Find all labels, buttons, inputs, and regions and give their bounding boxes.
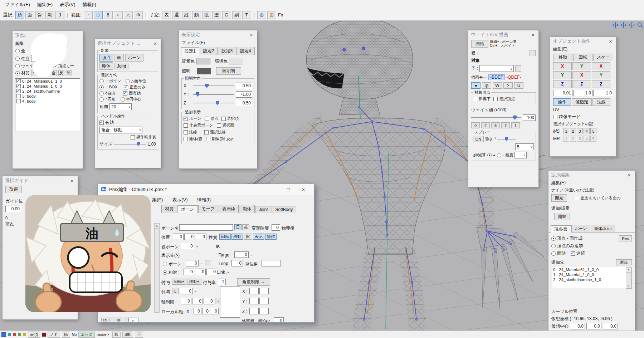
size-slider[interactable]: [114, 142, 146, 147]
list-item[interactable]: 2 : 24_skcthulhumine_1_0: [552, 277, 631, 282]
panel-title[interactable]: 拡張編集×: [548, 171, 635, 179]
close-icon[interactable]: ×: [608, 38, 614, 44]
list-item[interactable]: 2: 24_skcthulhumine_: [15, 89, 80, 94]
prop-move-button[interactable]: 移動: [231, 234, 243, 240]
status-edge-button[interactable]: エッジ: [78, 332, 95, 338]
ik-z-low-field[interactable]: [249, 308, 259, 314]
circle-radio[interactable]: [99, 97, 104, 102]
display-bone-pick-button[interactable]: [205, 260, 211, 266]
parent-spin-button[interactable]: [530, 50, 536, 56]
prop-ik-button[interactable]: IK: [244, 234, 252, 240]
tab-operate[interactable]: 操作: [553, 98, 571, 106]
light-y-value[interactable]: -1.00: [236, 91, 252, 98]
freq-combo[interactable]: ∨: [514, 152, 527, 158]
axis-x-field[interactable]: 0: [181, 298, 191, 304]
scale-button[interactable]: スケー: [593, 54, 613, 61]
strength-slider[interactable]: [497, 137, 516, 142]
subwin-select-button[interactable]: 選: [172, 11, 181, 19]
display-bone-radio[interactable]: [163, 262, 167, 266]
bone-checkbox[interactable]: [184, 117, 188, 121]
light-init-button[interactable]: 照明初: [216, 67, 241, 75]
guide-pos-field[interactable]: 0.00: [5, 206, 21, 212]
grant-rate-field[interactable]: 1: [218, 279, 226, 285]
close-icon[interactable]: ×: [626, 172, 632, 178]
preset-50-button[interactable]: 5: [491, 122, 500, 128]
preset-0-button[interactable]: 0: [471, 122, 480, 128]
chevron-up-icon[interactable]: ∧: [155, 224, 159, 229]
grant-parent-field[interactable]: 0: [180, 288, 193, 294]
mr-2-button[interactable]: 2: [570, 136, 576, 142]
pos-z-field[interactable]: 0: [196, 234, 206, 240]
prop-operable-button[interactable]: 操作: [265, 234, 277, 240]
pos-y-field[interactable]: 0: [184, 234, 195, 240]
rigid2-checkbox[interactable]: [206, 137, 210, 141]
ik-target-field[interactable]: 0: [234, 251, 249, 258]
influence-checkbox[interactable]: [473, 97, 477, 101]
qdef-chip[interactable]: -QDEF-: [506, 75, 521, 80]
status-axis-button[interactable]: 軸: [62, 332, 70, 338]
front-only-checkbox[interactable]: [124, 85, 128, 89]
list-item[interactable]: 4: body: [15, 99, 80, 104]
pos-x-field[interactable]: 0: [173, 234, 184, 240]
ik-y-low-field[interactable]: [249, 298, 259, 304]
preset-25-button[interactable]: 2: [481, 122, 490, 128]
hide-checkbox[interactable]: [131, 135, 135, 139]
range-free-button[interactable]: δ: [104, 11, 113, 19]
light-x-slider[interactable]: [193, 83, 234, 88]
subwin-t-button[interactable]: T: [242, 11, 251, 19]
light-color-swatch[interactable]: [197, 68, 211, 74]
slider-thumb[interactable]: [513, 116, 517, 120]
tab-material[interactable]: 材質: [161, 205, 177, 213]
target-bone-button[interactable]: ボーン: [125, 54, 143, 62]
bottom-button[interactable]: 底: [115, 318, 122, 322]
tab-settings1[interactable]: 設定1: [181, 47, 199, 55]
subwin-sub-button[interactable]: 副: [232, 11, 241, 19]
child-pick-button[interactable]: [515, 65, 521, 72]
pan-icon[interactable]: [620, 21, 627, 29]
mr-5-button[interactable]: 5: [590, 136, 596, 142]
light-z-slider[interactable]: [193, 101, 234, 106]
rotate-x-button[interactable]: X: [572, 71, 591, 79]
axis-z-field[interactable]: 0: [204, 298, 214, 304]
tab-softbody[interactable]: SoftBody: [272, 206, 296, 213]
panel-title[interactable]: ウェイト/UV 描画×: [468, 30, 538, 39]
down-button[interactable]: [123, 318, 129, 322]
subwin-g-button[interactable]: G: [222, 11, 231, 19]
item-checkbox[interactable]: [16, 99, 21, 103]
bone-name-input[interactable]: [179, 224, 233, 231]
range-box-button[interactable]: □: [94, 11, 103, 19]
brush-w-button[interactable]: W: [493, 82, 502, 89]
ik-x-low-field[interactable]: [249, 288, 259, 294]
rotate-step-field[interactable]: 1.0: [573, 90, 592, 96]
grant-move-button[interactable]: 移動+: [187, 279, 201, 285]
status-mode-label[interactable]: mode・: [97, 332, 111, 337]
res-button[interactable]: Res: [619, 235, 632, 241]
parent-bone-field[interactable]: 0: [181, 243, 194, 249]
select-rigid-button[interactable]: 剛: [45, 11, 54, 19]
pmx-menu-info[interactable]: 情報(I): [197, 197, 211, 203]
sub-radio[interactable]: [497, 153, 501, 157]
range-phi-button[interactable]: Φ: [134, 11, 143, 19]
vertex-checkbox[interactable]: [205, 117, 209, 121]
status-front-button[interactable]: 正: [135, 332, 143, 338]
rotate-button[interactable]: 回転: [573, 54, 592, 61]
env-color-swatch[interactable]: [229, 58, 243, 64]
light-x-value[interactable]: -0.50: [236, 83, 252, 89]
new-button[interactable]: 新規: [616, 259, 632, 265]
tab-settings2[interactable]: 設定2: [200, 47, 218, 55]
order-combo[interactable]: ∨: [128, 318, 138, 322]
continuous-checkbox[interactable]: [571, 251, 575, 256]
tab-joint[interactable]: Joint: [255, 206, 271, 213]
jp-button[interactable]: 日: [234, 224, 241, 230]
child-combo[interactable]: ∨: [479, 65, 514, 72]
subwin-paint-button[interactable]: 塗: [212, 11, 221, 19]
fx-label[interactable]: Fx: [278, 12, 283, 18]
up-button[interactable]: [109, 318, 115, 322]
ms-1-button[interactable]: 1: [563, 128, 569, 134]
ms-3-button[interactable]: 3: [577, 128, 583, 134]
axis-y-field[interactable]: 0: [192, 298, 203, 304]
destination-list[interactable]: 0 : 24_Material61_1_0_0 1 : 24_Material_…: [552, 267, 631, 289]
local-y-field[interactable]: 0: [202, 308, 210, 314]
material-list[interactable]: 0: 24_Material61_1_0 1: 24_Material_1_0_…: [15, 78, 80, 132]
create-face-radio[interactable]: [551, 236, 556, 241]
